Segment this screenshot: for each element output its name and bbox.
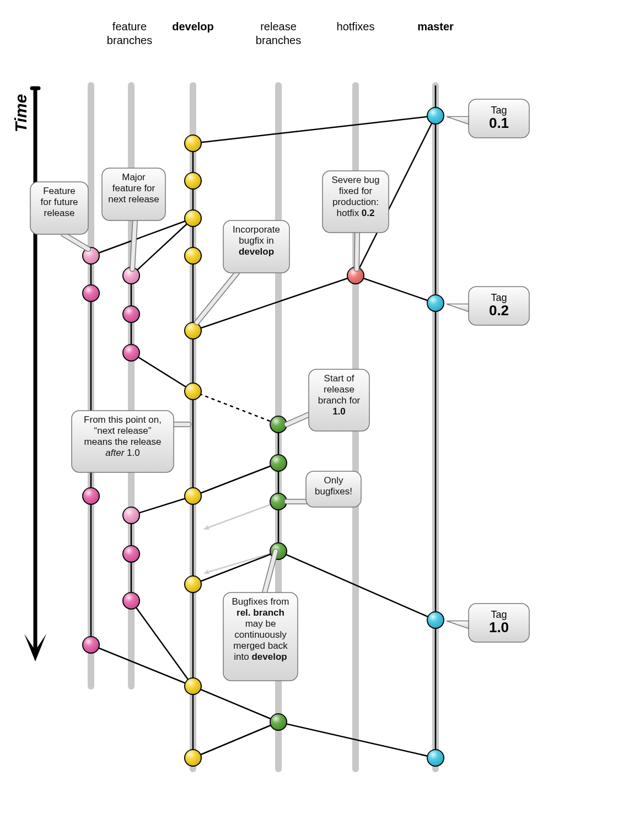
callout-bugfixes-merge-line-4: merged back <box>233 640 288 651</box>
master-commit-initial <box>427 107 444 124</box>
callout-from-this-point: From this point on,“next release”means t… <box>72 411 189 472</box>
featureC-commit <box>123 507 139 524</box>
edge-d7-f3a <box>131 496 193 515</box>
featureA-commit <box>83 637 99 653</box>
svg-point-47 <box>123 593 139 609</box>
callout-release-start-line-0: Start of <box>324 373 354 384</box>
svg-point-17 <box>83 637 99 653</box>
callout-from-this-point-line-2: means the release <box>84 437 162 447</box>
tag-value: 0.2 <box>489 302 509 319</box>
callout-from-this-point-line-3: after 1.0 <box>105 448 139 458</box>
callout-release-start-line-2: branch for <box>318 395 361 406</box>
callout-major-feature-line-1: feature for <box>112 183 155 193</box>
callout-release-start: Start ofreleasebranch for1.0 <box>287 369 369 431</box>
featureB-commit <box>123 306 139 322</box>
tag-0.2: Tag0.2 <box>447 287 529 325</box>
develop-commit-merge-hotfix <box>185 322 201 339</box>
svg-point-55 <box>270 714 287 730</box>
lane-label-feature: feature <box>112 20 147 33</box>
callout-major-feature-line-2: next release <box>108 194 159 204</box>
edge-d9-r5 <box>193 686 278 722</box>
callout-only-bugfixes-line-0: Only <box>324 475 343 486</box>
develop-commit-merge-feature <box>185 383 201 400</box>
callout-bugfixes-merge-line-1: rel. branch <box>237 607 284 618</box>
develop-commit <box>185 247 201 264</box>
callout-bugfixes-merge-line-2: may be <box>245 618 276 629</box>
lane-label-develop: develop <box>172 20 214 33</box>
lane-labels: featurebranchesdevelopreleasebrancheshot… <box>107 20 454 46</box>
svg-point-45 <box>123 546 139 562</box>
lane-label-release: release <box>260 20 297 33</box>
release-commit <box>270 455 287 471</box>
featureA-commit <box>83 488 99 504</box>
callout-bugfixes-merge-line-0: Bugfixes from <box>232 596 289 607</box>
callout-feature-future: Featurefor futurerelease <box>30 182 88 249</box>
callout-from-this-point-line-0: From this point on, <box>84 414 162 425</box>
svg-point-29 <box>185 322 201 339</box>
lane-label-hotfix: hotfixes <box>337 20 375 33</box>
svg-point-31 <box>185 383 201 400</box>
svg-point-53 <box>185 678 201 694</box>
tag-0.1: Tag0.1 <box>447 99 529 138</box>
svg-point-59 <box>427 750 444 766</box>
callout-release-start-line-3: 1.0 <box>332 406 346 417</box>
lane-label-release-2: branches <box>256 34 301 46</box>
svg-point-27 <box>427 295 444 311</box>
edge-h1-m1 <box>356 276 436 303</box>
edge-r3-ghost1 <box>204 502 278 529</box>
callout-bugfixes-merge: Bugfixes fromrel. branchmay becontinuous… <box>223 551 298 681</box>
svg-point-23 <box>123 344 139 361</box>
edge-r5-d10 <box>193 722 278 758</box>
svg-point-1 <box>427 107 444 124</box>
master-commit-1.0 <box>427 612 444 628</box>
callout-severe-bug-line-3: hotfix 0.2 <box>337 208 375 218</box>
develop-commit <box>185 678 201 694</box>
svg-point-57 <box>185 750 201 766</box>
edge-r4-ghost2 <box>204 551 278 573</box>
time-label: Time <box>12 94 30 132</box>
svg-point-35 <box>270 455 287 471</box>
callout-incorporate-bugfix-line-2: develop <box>239 246 274 257</box>
callout-from-this-point-line-1: “next release” <box>94 426 152 436</box>
featureA-commit <box>83 285 99 301</box>
master-commit-0.2 <box>427 295 444 311</box>
tags: Tag0.1Tag0.2Tag1.0 <box>447 99 529 642</box>
release-commit <box>270 714 287 730</box>
master-commit <box>427 750 444 766</box>
tag-value: 1.0 <box>489 619 509 636</box>
callout-major-feature: Majorfeature fornext release <box>102 168 165 269</box>
edge-d6-r1 <box>193 391 278 424</box>
develop-commit <box>185 576 201 593</box>
develop-commit <box>185 210 201 227</box>
edge-m0-d1 <box>193 116 436 143</box>
tag-value: 0.1 <box>489 115 509 131</box>
callout-feature-future-line-0: Feature <box>43 186 76 196</box>
callout-feature-future-line-1: for future <box>40 197 78 207</box>
callout-release-start-line-1: release <box>324 384 354 395</box>
featureC-commit <box>123 593 139 609</box>
edge-d3-f2a <box>131 218 193 276</box>
callout-bugfixes-merge-line-5: into develop <box>234 651 287 662</box>
featureC-commit <box>123 546 139 562</box>
develop-commit <box>185 750 201 766</box>
callout-severe-bug-line-1: fixed for <box>339 186 373 196</box>
svg-point-21 <box>123 306 139 322</box>
svg-point-3 <box>185 135 201 152</box>
svg-point-9 <box>185 247 201 264</box>
callout-feature-future-line-2: release <box>44 208 75 218</box>
develop-commit <box>185 135 201 152</box>
edge-f2c-d6 <box>131 353 193 391</box>
callout-incorporate-bugfix-line-1: bugfix in <box>239 235 273 246</box>
callout-bugfixes-merge-line-3: continuously <box>234 629 287 640</box>
develop-commit <box>185 173 201 189</box>
develop-commit <box>185 488 201 504</box>
svg-point-49 <box>185 576 201 593</box>
svg-point-5 <box>185 173 201 189</box>
svg-point-7 <box>185 210 201 227</box>
featureB-commit <box>123 344 139 361</box>
svg-point-43 <box>123 507 139 524</box>
callout-severe-bug-line-0: Severe bug <box>332 175 380 185</box>
edge-r2-d7 <box>193 463 278 496</box>
gitflow-diagram: Time featurebranchesdevelopreleasebranch… <box>0 0 634 840</box>
lane-label-master: master <box>417 20 454 33</box>
